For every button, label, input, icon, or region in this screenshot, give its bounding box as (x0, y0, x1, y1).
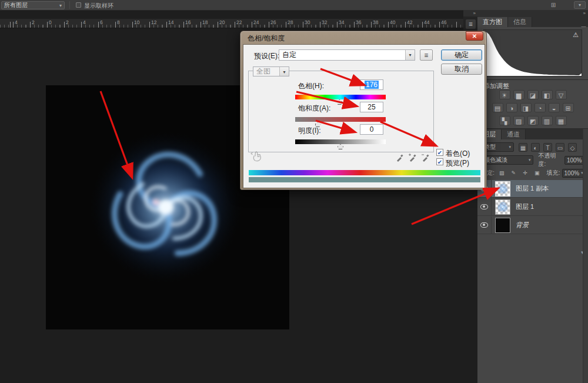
cancel-button[interactable]: 取消 (441, 64, 482, 75)
adjustment-channel-mixer-icon[interactable]: ◒ (549, 103, 560, 112)
eyedropper-subtract-icon[interactable] (421, 153, 430, 162)
panels-collapse-chevrons-icon[interactable]: » (477, 10, 588, 16)
opacity-label: 不透明度: (538, 152, 562, 168)
lock-transparent-pixels-icon[interactable]: ▨ (498, 169, 506, 177)
adjustment-color-balance-icon[interactable]: ◑ (506, 103, 517, 112)
ruler-label: 24 (253, 19, 259, 25)
layer-name: 图层 1 (516, 202, 534, 211)
close-icon[interactable]: ✕ (466, 31, 483, 41)
lock-position-icon[interactable]: ✛ (522, 169, 529, 177)
sample-layers-value: 所有图层 (4, 1, 28, 9)
hue-value-field[interactable]: 176 (360, 79, 383, 90)
adjustment-black-white-icon[interactable]: ◨ (520, 103, 532, 112)
preset-options-button[interactable]: ≣ (420, 49, 433, 61)
cached-data-warning-icon[interactable]: ⚠ (573, 31, 579, 39)
ruler-label: 30 (305, 19, 310, 25)
saturation-slider[interactable] (295, 117, 386, 122)
visibility-cell[interactable] (477, 198, 492, 216)
eyedropper-add-icon[interactable] (408, 153, 417, 162)
layer-row-background[interactable]: 背景 (477, 217, 588, 234)
options-mini-dropdown[interactable]: ▾ (574, 1, 586, 9)
galaxy-swirl-image (83, 125, 248, 289)
adjustment-selective-color-icon[interactable]: ▦ (556, 116, 567, 125)
ruler-label: 38 (373, 19, 378, 25)
preview-label: 预览(P) (446, 158, 469, 168)
adjustment-curves-icon[interactable]: ◪ (527, 90, 539, 99)
layers-blend-row: 颜色减淡▾ 不透明度: 100%▾ (477, 154, 588, 166)
dialog-title: 色相/饱和度 (248, 34, 285, 44)
ok-button[interactable]: 确定 (441, 49, 482, 61)
adjustment-vibrance-icon[interactable]: ▽ (556, 90, 567, 99)
layer-thumbnail[interactable] (495, 199, 510, 215)
layer-thumbnail[interactable] (495, 181, 510, 197)
saturation-value-field[interactable]: 25 (360, 102, 383, 112)
ruler-label: 36 (356, 19, 361, 25)
adjustment-threshold-icon[interactable]: ◩ (527, 116, 539, 125)
layer-name: 背景 (516, 221, 529, 229)
eyedropper-icon[interactable] (395, 153, 405, 162)
options-separator (69, 1, 70, 9)
visibility-cell[interactable] (477, 217, 492, 234)
dock-collapse-chevrons-icon[interactable]: » (463, 10, 477, 16)
lock-all-icon[interactable]: ▣ (533, 169, 541, 177)
eye-icon (480, 204, 488, 209)
panel-divider (477, 79, 588, 80)
layer-thumbnail[interactable] (495, 218, 510, 233)
colorize-checkbox[interactable]: ✔ (436, 149, 443, 156)
workspace-icon[interactable]: ⊞ (549, 1, 558, 9)
on-image-adjustment-tool-icon[interactable] (250, 151, 263, 162)
ruler-label: 4 (83, 19, 86, 25)
tab-histogram[interactable]: 直方图 (477, 17, 508, 27)
adjustment-gradient-map-icon[interactable]: ▥ (542, 116, 553, 125)
ruler-label: 0 (49, 19, 52, 25)
layer-row-1[interactable]: 图层 1 (477, 198, 588, 216)
horizontal-ruler[interactable]: 4202468101214161820222426283032343638404… (0, 19, 463, 28)
blend-mode-dropdown[interactable]: 颜色减淡▾ (481, 155, 533, 165)
ruler-label: 34 (339, 19, 344, 25)
ruler-label: 2 (32, 19, 35, 25)
layer-row-copy[interactable]: 图层 1 副本 (477, 180, 588, 198)
channel-dropdown[interactable]: 全图 ▾ (253, 66, 289, 76)
sample-layers-dropdown[interactable]: 所有图层 ▾ (1, 1, 65, 9)
adjustment-posterize-icon[interactable]: ▨ (513, 116, 524, 125)
ruler-label: 14 (168, 19, 173, 25)
filter-adjustment-layers-icon[interactable]: ◐ (531, 143, 540, 152)
ruler-label: 4 (15, 19, 18, 25)
tab-channels[interactable]: 通道 (502, 129, 526, 139)
layers-filter-row: 类型▾ ▦◐T▭◇ (477, 141, 588, 153)
adjustment-exposure-icon[interactable]: ◧ (542, 90, 553, 99)
fill-value-dropdown[interactable]: 100%▾ (562, 169, 586, 178)
adjustment-levels-icon[interactable]: ▆ (513, 90, 524, 99)
preview-checkbox[interactable]: ✔ (436, 158, 443, 165)
adjustment-invert-icon[interactable]: ▚ (499, 116, 510, 125)
adjustment-photo-filter-icon[interactable]: ◔ (534, 103, 546, 112)
history-panel-icon[interactable]: ≣ (466, 19, 476, 29)
filter-shape-layers-icon[interactable]: ▭ (556, 143, 564, 152)
histogram-tabbar: 直方图 信息 ▾≡ (477, 16, 588, 27)
panel-edge (583, 129, 588, 383)
preset-dropdown[interactable]: 自定 ▾ (279, 49, 415, 61)
lock-image-pixels-icon[interactable]: ✎ (510, 169, 517, 177)
filter-pixel-layers-icon[interactable]: ▦ (519, 143, 527, 152)
layer-name: 图层 1 副本 (516, 184, 549, 193)
adjustment-hue-saturation-icon[interactable]: ▤ (492, 103, 503, 112)
dialog-body: 预设(E): 自定 ▾ ≣ 确定 取消 全图 ▾ 色相(H): 176 饱和度(… (243, 44, 485, 188)
ruler-label: 46 (441, 19, 446, 25)
adjustments-icon-grid: ☀▆◪◧▽▤◑◨◔◒⊞▚▨◩▥▦ (477, 90, 588, 128)
ruler-label: 18 (202, 19, 208, 25)
lightness-slider[interactable] (295, 139, 386, 144)
ruler-label: 6 (100, 19, 103, 25)
adjustment-color-lookup-icon[interactable]: ⊞ (563, 103, 574, 112)
adjustment-brightness-contrast-icon[interactable]: ☀ (499, 90, 510, 99)
ruler-label: 22 (236, 19, 242, 25)
hue-slider[interactable] (295, 95, 386, 99)
spectrum-bar-result (249, 177, 480, 182)
ruler-label: 42 (407, 19, 412, 25)
ruler-label: 28 (288, 19, 293, 25)
filter-smart-objects-icon[interactable]: ◇ (568, 143, 577, 152)
show-sampling-ring-checkbox[interactable] (76, 2, 81, 8)
ruler-label: 20 (219, 19, 225, 25)
lightness-value-field[interactable]: 0 (360, 124, 383, 135)
tab-info[interactable]: 信息 (508, 17, 532, 27)
filter-type-layers-icon[interactable]: T (543, 143, 552, 152)
